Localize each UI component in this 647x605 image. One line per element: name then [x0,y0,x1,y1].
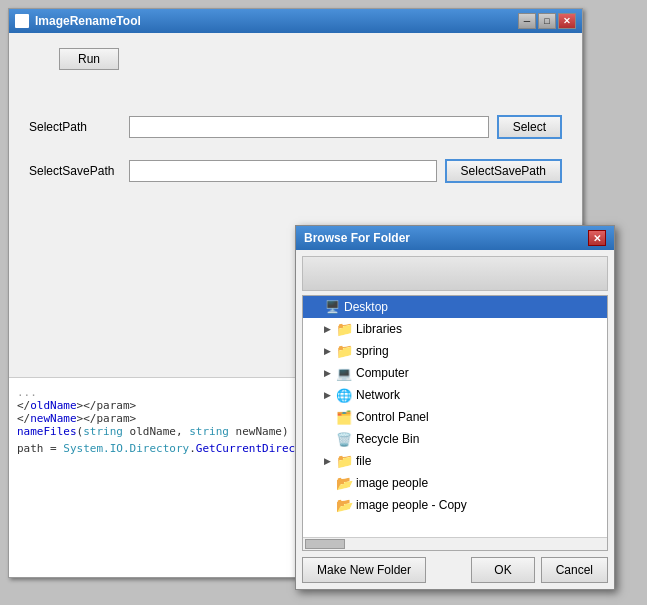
ok-cancel-group: OK Cancel [471,557,608,583]
main-title-bar: ImageRenameTool ─ □ ✕ [9,9,582,33]
folder-open-icon-image-people: 📂 [335,475,353,491]
tree-label-libraries: Libraries [356,322,402,336]
run-button[interactable]: Run [59,48,119,70]
app-icon [15,14,29,28]
tree-label-spring: spring [356,344,389,358]
title-bar-controls: ─ □ ✕ [518,13,576,29]
tree-item-computer[interactable]: ▶ 💻 Computer [303,362,607,384]
folder-icon-file: 📁 [335,453,353,469]
recycle-bin-icon: 🗑️ [335,431,353,447]
main-window-title: ImageRenameTool [35,14,141,28]
folder-icon-libraries: 📁 [335,321,353,337]
minimize-button[interactable]: ─ [518,13,536,29]
select-save-path-row: SelectSavePath SelectSavePath [29,159,562,183]
tree-label-control-panel: Control Panel [356,410,429,424]
tree-label-file: file [356,454,371,468]
select-path-label: SelectPath [29,120,129,134]
make-new-folder-button[interactable]: Make New Folder [302,557,426,583]
tree-label-network: Network [356,388,400,402]
file-arrow: ▶ [319,456,335,466]
ok-button[interactable]: OK [471,557,534,583]
browse-footer: Make New Folder OK Cancel [302,557,608,583]
browse-header-bar [302,256,608,291]
folder-icon-spring: 📁 [335,343,353,359]
tree-item-desktop[interactable]: 🖥️ Desktop [303,296,607,318]
libraries-arrow: ▶ [319,324,335,334]
tree-item-image-people-copy[interactable]: 📂 image people - Copy [303,494,607,516]
select-button[interactable]: Select [497,115,562,139]
tree-item-network[interactable]: ▶ 🌐 Network [303,384,607,406]
tree-label-computer: Computer [356,366,409,380]
desktop-icon: 🖥️ [323,299,341,315]
browse-close-button[interactable]: ✕ [588,230,606,246]
select-save-path-label: SelectSavePath [29,164,129,178]
tree-label-image-people-copy: image people - Copy [356,498,467,512]
tree-label-recycle-bin: Recycle Bin [356,432,419,446]
tree-item-file[interactable]: ▶ 📁 file [303,450,607,472]
select-path-row: SelectPath Select [29,115,562,139]
run-button-row: Run [59,48,562,90]
select-save-path-button[interactable]: SelectSavePath [445,159,562,183]
browse-dialog-title: Browse For Folder [304,231,410,245]
select-save-path-input[interactable] [129,160,437,182]
computer-icon: 💻 [335,365,353,381]
tree-horizontal-scrollbar[interactable] [303,537,607,550]
browse-tree-wrapper: 🖥️ Desktop ▶ 📁 Libraries ▶ 📁 spring [302,295,608,551]
tree-label-desktop: Desktop [344,300,388,314]
tree-item-image-people[interactable]: 📂 image people [303,472,607,494]
browse-tree[interactable]: 🖥️ Desktop ▶ 📁 Libraries ▶ 📁 spring [303,296,607,537]
close-button[interactable]: ✕ [558,13,576,29]
browse-dialog: Browse For Folder ✕ 🖥️ Desktop ▶ 📁 Libra… [295,225,615,590]
network-arrow: ▶ [319,390,335,400]
select-path-input[interactable] [129,116,489,138]
tree-item-recycle-bin[interactable]: 🗑️ Recycle Bin [303,428,607,450]
control-panel-icon: 🗂️ [335,409,353,425]
spring-arrow: ▶ [319,346,335,356]
tree-item-spring[interactable]: ▶ 📁 spring [303,340,607,362]
tree-label-image-people: image people [356,476,428,490]
computer-arrow: ▶ [319,368,335,378]
cancel-button[interactable]: Cancel [541,557,608,583]
tree-item-libraries[interactable]: ▶ 📁 Libraries [303,318,607,340]
browse-content: 🖥️ Desktop ▶ 📁 Libraries ▶ 📁 spring [296,250,614,589]
tree-item-control-panel[interactable]: 🗂️ Control Panel [303,406,607,428]
browse-title-bar: Browse For Folder ✕ [296,226,614,250]
network-icon: 🌐 [335,387,353,403]
maximize-button[interactable]: □ [538,13,556,29]
folder-open-icon-image-people-copy: 📂 [335,497,353,513]
